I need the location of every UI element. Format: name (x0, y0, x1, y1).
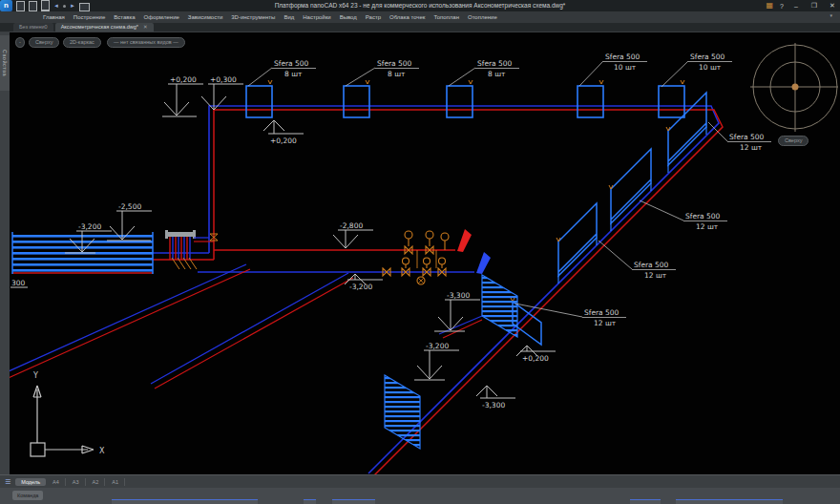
menu-vid[interactable]: Вид (284, 14, 294, 20)
flow-arrow-supply (457, 229, 472, 252)
quick-access-toolbar: ◄ ► (16, 0, 90, 12)
menu-zavisimosti[interactable]: Зависимости (188, 14, 222, 20)
menu-oblaka-tochek[interactable]: Облака точек (389, 14, 425, 20)
statusbar-stub (630, 499, 661, 504)
radiator-hatched-center (482, 275, 517, 337)
menu-3d-instrumenty[interactable]: 3D-инструменты (231, 14, 275, 20)
statusbar-stub (112, 499, 258, 504)
redo-icon[interactable]: ► (70, 1, 75, 10)
viewport-collapse-control[interactable]: - (15, 37, 25, 48)
layout-tab-model[interactable]: Модель (15, 478, 46, 486)
compass-center-dot[interactable] (792, 84, 799, 91)
doc-tab-unnamed[interactable]: Без имени0 (13, 23, 53, 32)
svg-text:12 шт: 12 шт (594, 319, 617, 327)
menu-vstavka[interactable]: Вставка (114, 14, 135, 20)
svg-text:Sfera 500: Sfera 500 (690, 52, 725, 61)
svg-text:Sfera 500: Sfera 500 (729, 133, 765, 141)
command-prompt[interactable]: Команда (12, 491, 43, 500)
svg-text:-2,500: -2,500 (118, 202, 141, 211)
properties-panel-tab[interactable]: Свойства (0, 35, 10, 91)
menu-otoplenie[interactable]: Отопление (468, 14, 497, 20)
menu-overflow-icon[interactable]: ▾ (830, 12, 832, 18)
svg-text:+0,200: +0,200 (270, 136, 297, 145)
doc-tab-label: Аксонометрическая схема.dwg* (61, 23, 138, 32)
svg-text:-3,300: -3,300 (447, 291, 470, 300)
flow-arrow-return (476, 252, 491, 274)
svg-text:Sfera 500: Sfera 500 (685, 212, 721, 220)
svg-text:12 шт: 12 шт (696, 222, 719, 231)
radiators-top-row (246, 86, 684, 117)
layout-tab-a2[interactable]: А2 (87, 478, 106, 486)
minimize-button[interactable]: – (790, 3, 802, 10)
window-title: Платформа nanoCAD x64 23 - не для коммер… (0, 0, 840, 11)
radiators-diagonal (513, 93, 706, 345)
viewport-style-control[interactable]: 2D-каркас (63, 37, 101, 48)
menu-topoplan[interactable]: Топоплан (433, 14, 459, 20)
maximize-button[interactable]: ❐ (808, 2, 820, 10)
history-dropdown-icon[interactable] (63, 5, 66, 8)
statusbar-stub (304, 499, 316, 504)
svg-text:-3,200: -3,200 (78, 222, 101, 231)
svg-text:+0,300: +0,300 (210, 75, 237, 84)
help-button[interactable]: ? (780, 3, 784, 10)
menu-rastr[interactable]: Растр (366, 14, 381, 20)
menu-glavnaya[interactable]: Главная (43, 14, 65, 20)
svg-text:Sfera 500: Sfera 500 (377, 59, 412, 68)
ucs-axis-icon (31, 386, 94, 456)
svg-text:8 шт: 8 шт (284, 70, 303, 78)
nanocad-window: n ◄ ► Платформа nanoCAD x64 23 - не для … (0, 0, 840, 504)
app-logo-icon[interactable]: n (0, 0, 12, 11)
undo-icon[interactable]: ◄ (53, 1, 59, 10)
menu-postroenie[interactable]: Построение (74, 14, 105, 20)
svg-text:8 шт: 8 шт (388, 70, 406, 78)
radiator-label-texts: Sfera 5008 шт Sfera 5008 шт Sfera 5008 ш… (274, 52, 765, 327)
radiator-hatched-bottom (385, 375, 420, 449)
close-button[interactable]: ✕ (827, 2, 838, 10)
air-vent-icons (268, 80, 684, 84)
statusbar-stub (332, 499, 375, 504)
svg-text:+0,200: +0,200 (522, 354, 549, 363)
layout-list-icon[interactable]: ☰ (5, 478, 10, 486)
layout-tab-a3[interactable]: А3 (67, 478, 86, 486)
svg-text:12 шт: 12 шт (740, 143, 763, 152)
tab-close-icon[interactable]: ✕ (143, 23, 148, 32)
svg-text:Sfera 500: Sfera 500 (584, 308, 620, 317)
title-bar: n ◄ ► Платформа nanoCAD x64 23 - не для … (0, 0, 840, 11)
compass-view-label[interactable]: Сверху (778, 136, 808, 146)
svg-text:Sfera 500: Sfera 500 (274, 59, 309, 68)
return-pipes (10, 110, 723, 474)
svg-text:-3,200: -3,200 (349, 283, 372, 291)
svg-text:-3,300: -3,300 (482, 401, 505, 410)
menu-nastroyki[interactable]: Настройки (303, 14, 330, 20)
menu-vyvod[interactable]: Вывод (340, 14, 357, 20)
layout-tab-a4[interactable]: А4 (47, 478, 66, 486)
doc-tab-axonometric[interactable]: Аксонометрическая схема.dwg* ✕ (55, 23, 154, 32)
drawing-canvas[interactable]: +0,200 +0,300 +0,200 -2,500 -3,200 -2,80… (10, 32, 840, 474)
menu-bar: Главная Построение Вставка Оформление За… (0, 11, 840, 23)
label-leaders (248, 61, 771, 318)
ribbon-layout-icon[interactable]: ▦ (766, 1, 774, 10)
document-tab-bar: Без имени0 Аксонометрическая схема.dwg* … (0, 23, 840, 32)
viewport-view-control[interactable]: Сверху (29, 37, 59, 48)
layout-tab-bar: ☰ Модель А4 А3 А2 А1 (0, 474, 840, 488)
svg-text:-3,200: -3,200 (426, 342, 449, 350)
new-file-icon[interactable] (16, 1, 25, 11)
viewport-linked-views-control[interactable]: — нет связанных видов — (107, 37, 185, 48)
view-compass[interactable] (750, 43, 838, 132)
statusbar-stub (676, 499, 783, 504)
svg-text:Sfera 500: Sfera 500 (605, 52, 640, 61)
menu-oformlenie[interactable]: Оформление (144, 14, 179, 20)
print-icon[interactable] (79, 3, 90, 11)
svg-text:12 шт: 12 шт (644, 271, 667, 280)
open-file-icon[interactable] (29, 1, 37, 11)
valve-group (383, 231, 449, 284)
y-axis-label: Y (32, 371, 38, 380)
svg-text:8 шт: 8 шт (488, 70, 506, 78)
svg-text:10 шт: 10 шт (614, 63, 637, 72)
axonometric-scheme: +0,200 +0,300 +0,200 -2,500 -3,200 -2,80… (10, 32, 840, 474)
layout-tab-a1[interactable]: А1 (106, 478, 125, 486)
svg-text:+0,200: +0,200 (170, 75, 197, 84)
svg-text:-2,800: -2,800 (340, 221, 363, 230)
save-icon[interactable] (41, 0, 50, 12)
left-panel-strip (0, 32, 10, 474)
